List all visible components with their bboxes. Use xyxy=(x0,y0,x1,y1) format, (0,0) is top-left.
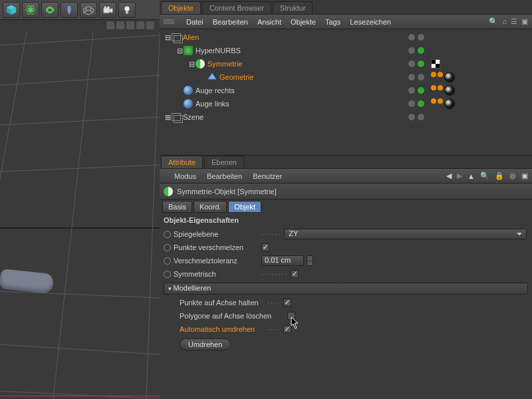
tab-objekte[interactable]: Objekte xyxy=(161,1,201,14)
object-name[interactable]: Auge links xyxy=(196,100,229,108)
tag-dot-icon[interactable] xyxy=(438,98,443,104)
tag-dot-icon[interactable] xyxy=(431,85,436,90)
object-name[interactable]: Szene xyxy=(183,113,203,121)
menu-benutzer[interactable]: Benutzer xyxy=(253,172,282,180)
visibility-dot-icon[interactable] xyxy=(408,114,415,120)
mode-icon[interactable] xyxy=(126,21,134,29)
subtab-objekt[interactable]: Objekt xyxy=(228,201,261,213)
menu-bearbeiten[interactable]: Bearbeiten xyxy=(207,172,242,180)
tool-leaf-button[interactable] xyxy=(61,2,78,18)
list-icon[interactable]: ☰ xyxy=(511,17,517,26)
search-icon[interactable]: 🔍 xyxy=(489,17,498,26)
visibility-dot-icon[interactable] xyxy=(408,34,415,41)
tool-light-button[interactable] xyxy=(118,2,136,18)
subtab-koord[interactable]: Koord. xyxy=(194,201,227,213)
object-name[interactable]: Auge rechts xyxy=(196,86,235,94)
visibility-dot-icon[interactable] xyxy=(408,74,415,80)
anim-dot-icon[interactable] xyxy=(164,257,171,265)
tab-struktur[interactable]: Struktur xyxy=(273,1,313,14)
object-name[interactable]: Alien xyxy=(183,33,199,41)
tolerance-spinner[interactable] xyxy=(307,255,313,266)
render-dot-icon[interactable] xyxy=(418,74,424,80)
tab-ebenen[interactable]: Ebenen xyxy=(204,156,244,168)
expander-icon[interactable]: ⊞ xyxy=(164,113,172,122)
material-tag-icon[interactable] xyxy=(444,85,455,96)
mode-icon[interactable] xyxy=(106,21,114,29)
hierarchy-row[interactable]: Auge rechts xyxy=(160,84,532,97)
menu-modus[interactable]: Modus xyxy=(174,172,196,180)
hierarchy-row[interactable]: ⊞Szene xyxy=(160,110,532,124)
object-name[interactable]: HyperNURBS xyxy=(196,47,241,55)
hierarchy-row[interactable]: ⊟HyperNURBS xyxy=(160,44,532,57)
object-hierarchy[interactable]: ⊟Alien⊟HyperNURBS⊟SymmetrieGeometrieAuge… xyxy=(160,29,532,156)
menu-ansicht[interactable]: Ansicht xyxy=(257,18,281,26)
object-name[interactable]: Symmetrie xyxy=(207,60,243,68)
nav-back-icon[interactable]: ◀ xyxy=(446,172,452,180)
visibility-dot-icon[interactable] xyxy=(408,61,415,67)
render-dot-icon[interactable] xyxy=(418,61,424,67)
material-tag-icon[interactable] xyxy=(444,72,455,82)
menu-datei[interactable]: Datei xyxy=(186,18,203,26)
visibility-dot-icon[interactable] xyxy=(408,47,415,54)
weld-checkbox[interactable] xyxy=(261,243,269,251)
tag-dot-icon[interactable] xyxy=(438,72,443,77)
tool-grid-button[interactable] xyxy=(80,2,97,18)
new-icon[interactable]: ◎ xyxy=(509,172,516,180)
lock-icon[interactable]: 🔒 xyxy=(495,172,504,180)
menu-lesezeichen[interactable]: Lesezeichen xyxy=(350,18,391,26)
tolerance-field[interactable]: 0.01 cm xyxy=(261,255,304,266)
nav-up-icon[interactable]: ▲ xyxy=(467,172,475,180)
umdrehen-button[interactable]: Umdrehen xyxy=(180,338,231,350)
tool-camera-button[interactable] xyxy=(99,2,116,18)
group-modellieren[interactable]: Modellieren xyxy=(164,283,528,295)
hierarchy-row[interactable]: ⊟Symmetrie xyxy=(160,57,532,70)
menu-tags[interactable]: Tags xyxy=(325,18,340,26)
viewport[interactable] xyxy=(0,32,160,399)
tool-cube-button[interactable] xyxy=(3,2,20,18)
tag-dot-icon[interactable] xyxy=(438,85,443,90)
visibility-dot-icon[interactable] xyxy=(408,100,415,107)
hierarchy-row[interactable]: ⊟Alien xyxy=(160,31,532,44)
expander-icon[interactable]: ⊟ xyxy=(164,33,172,42)
maximize-icon[interactable]: ▣ xyxy=(521,172,528,180)
object-name[interactable]: Geometrie xyxy=(219,73,253,81)
tag-dot-icon[interactable] xyxy=(431,72,436,77)
render-dot-icon[interactable] xyxy=(418,47,424,54)
search-icon[interactable]: 🔍 xyxy=(480,172,489,180)
render-dot-icon[interactable] xyxy=(418,87,424,94)
checker-tag-icon[interactable] xyxy=(431,59,440,68)
anim-dot-icon[interactable] xyxy=(164,244,171,251)
mode-icon[interactable] xyxy=(146,21,154,29)
mode-icon[interactable] xyxy=(116,21,124,29)
expander-icon[interactable]: ⊟ xyxy=(176,47,184,55)
render-dot-icon[interactable] xyxy=(418,34,424,41)
tab-content-browser[interactable]: Content Browser xyxy=(202,1,271,14)
prop-spiegelebene: Spiegelebene ······ ZY xyxy=(160,227,532,241)
hierarchy-row[interactable]: Auge links xyxy=(160,97,532,110)
grip-icon[interactable] xyxy=(164,17,174,27)
tool-atom-button[interactable] xyxy=(22,2,39,18)
material-tag-icon[interactable] xyxy=(444,98,455,109)
anim-dot-icon[interactable] xyxy=(164,271,171,278)
tool-knot-button[interactable] xyxy=(41,2,59,18)
tag-dot-icon[interactable] xyxy=(431,98,436,104)
render-dot-icon[interactable] xyxy=(418,114,424,120)
axis-points-checkbox[interactable] xyxy=(283,299,291,307)
autoflip-checkbox[interactable] xyxy=(283,325,291,333)
anim-dot-icon[interactable] xyxy=(164,231,171,238)
home-icon[interactable]: ⌂ xyxy=(502,17,507,26)
maximize-icon[interactable]: ▣ xyxy=(521,17,528,26)
nav-fwd-icon[interactable]: ▶ xyxy=(457,172,462,180)
expander-icon[interactable]: ⊟ xyxy=(188,60,196,68)
tab-attribute[interactable]: Attribute xyxy=(161,156,203,168)
symmetric-checkbox[interactable] xyxy=(291,270,299,278)
hierarchy-row[interactable]: Geometrie xyxy=(160,70,532,84)
visibility-dot-icon[interactable] xyxy=(408,87,415,94)
render-dot-icon[interactable] xyxy=(418,100,424,107)
delete-polys-checkbox[interactable] xyxy=(287,312,295,320)
mode-icon[interactable] xyxy=(136,21,144,29)
subtab-basis[interactable]: Basis xyxy=(162,201,192,213)
mirror-plane-dropdown[interactable]: ZY xyxy=(284,229,527,239)
menu-bearbeiten[interactable]: Bearbeiten xyxy=(213,18,248,26)
menu-objekte[interactable]: Objekte xyxy=(291,18,316,26)
